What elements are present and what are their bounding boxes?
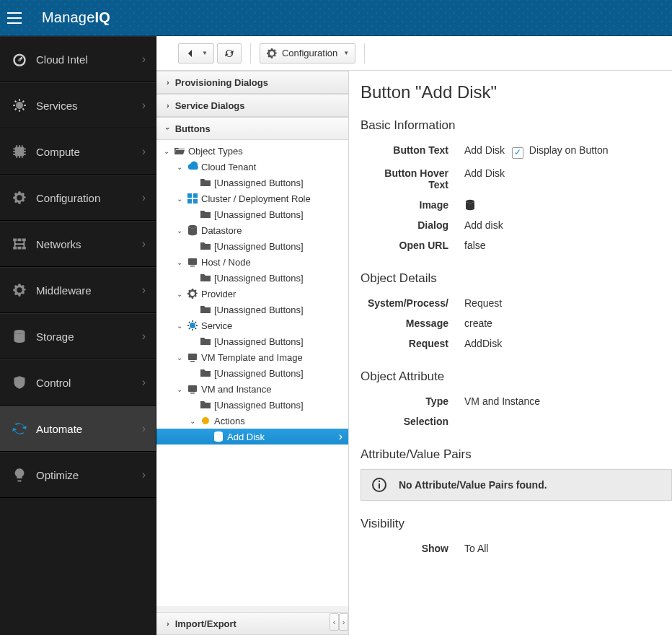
label-button-text: Button Text xyxy=(361,140,461,163)
nav-item-cloud-intel[interactable]: Cloud Intel › xyxy=(0,36,156,82)
tree-node-label: Service xyxy=(201,320,232,331)
panel-resizer[interactable]: ‹ › xyxy=(330,613,348,631)
tree-node-label: Actions xyxy=(214,416,245,426)
tree-node-icon xyxy=(200,209,211,220)
value-message: create xyxy=(461,313,672,333)
tree-unassigned[interactable]: [Unassigned Buttons] xyxy=(156,333,348,349)
accordion-panel: › Provisioning Dialogs › Service Dialogs… xyxy=(156,71,349,635)
expand-right-icon[interactable]: › xyxy=(339,613,348,631)
label-request: Request xyxy=(361,333,461,354)
collapse-left-icon[interactable]: ‹ xyxy=(330,613,339,631)
nav-label: Control xyxy=(36,377,71,389)
tree-twisty-icon[interactable]: ⌄ xyxy=(175,354,184,362)
value-dialog: Add disk xyxy=(461,215,672,235)
tree-type[interactable]: ⌄ Provider xyxy=(156,286,348,302)
tree-node-icon xyxy=(187,383,198,395)
nav-label: Optimize xyxy=(36,469,79,481)
nav-label: Automate xyxy=(36,423,82,435)
tree-type[interactable]: ⌄ VM and Instance xyxy=(156,381,348,397)
label-message: Message xyxy=(361,313,461,333)
tree-twisty-icon[interactable]: ⌄ xyxy=(175,290,184,298)
accordion-label: Service Dialogs xyxy=(175,100,245,111)
brand-logo[interactable]: ManageIQ xyxy=(42,9,110,26)
object-types-tree: ⌄ Object Types ⌄ Cloud Tenant [Unassigne… xyxy=(156,140,348,606)
object-attribute-table: Type VM and Instance Selection xyxy=(361,391,672,432)
value-type: VM and Instance xyxy=(461,391,672,411)
tree-node-icon xyxy=(200,415,211,426)
tree-selected-button[interactable]: Add Disk xyxy=(156,429,348,444)
label-system-process: System/Process/ xyxy=(361,293,461,313)
tree-type[interactable]: ⌄ Service xyxy=(156,318,348,333)
accordion-service-dialogs[interactable]: › Service Dialogs xyxy=(156,94,348,117)
tree-node-label: Host / Node xyxy=(201,257,251,268)
nav-label: Storage xyxy=(36,330,74,343)
tree-twisty-icon[interactable]: ⌄ xyxy=(175,163,184,171)
tree-twisty-icon[interactable]: ⌄ xyxy=(175,258,184,266)
nav-item-automate[interactable]: Automate › xyxy=(0,406,156,452)
display-on-button-checkbox[interactable] xyxy=(512,147,523,159)
nav-item-compute[interactable]: Compute › xyxy=(0,128,156,175)
tree-actions[interactable]: ⌄ Actions xyxy=(156,413,348,429)
tree-unassigned[interactable]: [Unassigned Buttons] xyxy=(156,238,348,254)
tree-node-icon xyxy=(200,304,211,315)
tree-node-label: Add Disk xyxy=(227,432,265,442)
section-basic-info: Basic Information xyxy=(361,118,672,133)
back-button[interactable]: ▼ xyxy=(178,43,214,64)
menu-toggle[interactable] xyxy=(7,8,27,28)
tree-unassigned[interactable]: [Unassigned Buttons] xyxy=(156,175,348,190)
tree-node-label: [Unassigned Buttons] xyxy=(214,273,304,284)
section-object-details: Object Details xyxy=(361,271,672,286)
nav-item-middleware[interactable]: Middleware › xyxy=(0,267,156,313)
tree-node-label: [Unassigned Buttons] xyxy=(214,241,304,252)
tree-unassigned[interactable]: [Unassigned Buttons] xyxy=(156,270,348,286)
value-show: To All xyxy=(461,538,672,559)
label-selection: Selection xyxy=(361,411,461,432)
tree-type[interactable]: ⌄ VM Template and Image xyxy=(156,349,348,365)
tree-type[interactable]: ⌄ Datastore xyxy=(156,222,348,238)
tree-twisty-icon[interactable]: ⌄ xyxy=(175,322,184,330)
tree-type[interactable]: ⌄ Host / Node xyxy=(156,254,348,270)
accordion-buttons[interactable]: › Buttons xyxy=(156,117,348,140)
tree-twisty-icon[interactable]: ⌄ xyxy=(188,417,197,425)
nav-label: Networks xyxy=(36,238,81,250)
tree-node-label: VM and Instance xyxy=(201,384,272,395)
tree-unassigned[interactable]: [Unassigned Buttons] xyxy=(156,397,348,413)
section-visibility: Visibility xyxy=(361,517,672,531)
chevron-right-icon: › xyxy=(142,376,146,389)
chevron-right-icon: › xyxy=(142,422,146,435)
nav-item-optimize[interactable]: Optimize › xyxy=(0,452,156,498)
tree-root-object-types[interactable]: ⌄ Object Types xyxy=(156,143,348,159)
label-display-on-button: Display on Button xyxy=(529,144,609,156)
tree-unassigned[interactable]: [Unassigned Buttons] xyxy=(156,206,348,222)
configuration-dropdown[interactable]: Configuration ▼ xyxy=(260,43,355,64)
tree-node-icon xyxy=(200,272,211,284)
value-request: AddDisk xyxy=(461,333,672,354)
refresh-button[interactable] xyxy=(217,43,242,64)
nav-item-control[interactable]: Control › xyxy=(0,359,156,406)
nav-item-services[interactable]: Services › xyxy=(0,82,156,128)
tree-unassigned[interactable]: [Unassigned Buttons] xyxy=(156,365,348,381)
tree-unassigned[interactable]: [Unassigned Buttons] xyxy=(156,302,348,318)
tree-twisty-icon[interactable]: ⌄ xyxy=(175,195,184,203)
tree-node-icon xyxy=(187,224,198,236)
tree-twisty-icon[interactable]: ⌄ xyxy=(162,147,171,155)
visibility-table: Show To All xyxy=(361,538,672,559)
label-hover-text: Button Hover Text xyxy=(361,163,461,195)
accordion-import-export[interactable]: › Import/Export xyxy=(156,612,348,635)
accordion-label: Provisioning Dialogs xyxy=(175,77,268,88)
tree-type[interactable]: ⌄ Cluster / Deployment Role xyxy=(156,190,348,206)
nav-item-configuration[interactable]: Configuration › xyxy=(0,175,156,221)
chevron-right-icon: › xyxy=(167,78,169,87)
tree-node-label: VM Template and Image xyxy=(201,352,303,363)
tree-type[interactable]: ⌄ Cloud Tenant xyxy=(156,159,348,175)
chevron-right-icon: › xyxy=(142,284,146,297)
tree-node-icon xyxy=(200,240,211,252)
tree-twisty-icon[interactable]: ⌄ xyxy=(175,227,184,235)
tree-twisty-icon[interactable]: ⌄ xyxy=(175,385,184,393)
chevron-right-icon: › xyxy=(142,145,146,158)
nav-item-storage[interactable]: Storage › xyxy=(0,313,156,359)
compute-icon xyxy=(12,144,27,159)
accordion-provisioning-dialogs[interactable]: › Provisioning Dialogs xyxy=(156,71,348,94)
nav-item-networks[interactable]: Networks › xyxy=(0,221,156,267)
info-icon xyxy=(371,477,387,493)
